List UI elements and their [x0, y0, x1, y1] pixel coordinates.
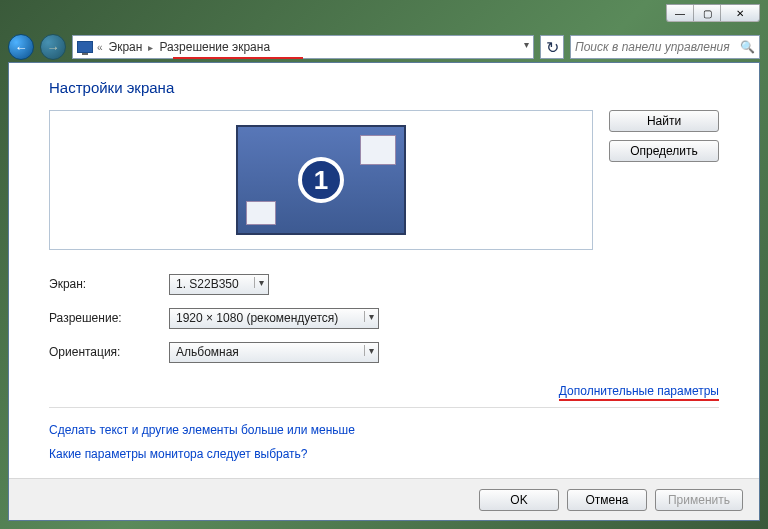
- apply-button[interactable]: Применить: [655, 489, 743, 511]
- display-select[interactable]: 1. S22B350: [169, 274, 269, 295]
- detect-button[interactable]: Найти: [609, 110, 719, 132]
- resolution-label: Разрешение:: [49, 311, 169, 325]
- identify-button[interactable]: Определить: [609, 140, 719, 162]
- text-size-link[interactable]: Сделать текст и другие элементы больше и…: [49, 423, 355, 437]
- breadcrumb-prefix: «: [97, 42, 103, 53]
- nav-bar: ← → « Экран ▸ Разрешение экрана ▾ ↻ 🔍: [8, 30, 760, 64]
- monitor-thumb-icon: [246, 201, 276, 225]
- back-button[interactable]: ←: [8, 34, 34, 60]
- monitor-thumb-icon: [360, 135, 396, 165]
- annotation-underline: [173, 57, 303, 59]
- search-input[interactable]: [575, 40, 736, 54]
- breadcrumb-item-resolution[interactable]: Разрешение экрана: [157, 40, 272, 54]
- advanced-settings-link[interactable]: Дополнительные параметры: [559, 384, 719, 401]
- divider: [49, 407, 719, 408]
- orientation-select[interactable]: Альбомная: [169, 342, 379, 363]
- search-box[interactable]: 🔍: [570, 35, 760, 59]
- breadcrumb-item-display[interactable]: Экран: [107, 40, 145, 54]
- resolution-select[interactable]: 1920 × 1080 (рекомендуется): [169, 308, 379, 329]
- which-monitor-link[interactable]: Какие параметры монитора следует выбрать…: [49, 447, 308, 461]
- close-button[interactable]: ✕: [720, 4, 760, 22]
- monitor-preview[interactable]: 1: [49, 110, 593, 250]
- titlebar: — ▢ ✕: [2, 2, 766, 30]
- page-heading: Настройки экрана: [49, 79, 719, 96]
- maximize-button[interactable]: ▢: [693, 4, 721, 22]
- button-bar: OK Отмена Применить: [9, 478, 759, 520]
- chevron-right-icon: ▸: [148, 42, 153, 53]
- cancel-button[interactable]: Отмена: [567, 489, 647, 511]
- monitor-number: 1: [298, 157, 344, 203]
- search-icon: 🔍: [740, 40, 755, 54]
- chevron-down-icon[interactable]: ▾: [524, 39, 529, 50]
- display-label: Экран:: [49, 277, 169, 291]
- monitor-1[interactable]: 1: [236, 125, 406, 235]
- refresh-button[interactable]: ↻: [540, 35, 564, 59]
- window-body: Настройки экрана 1 Найти Определить Экра…: [8, 62, 760, 521]
- minimize-button[interactable]: —: [666, 4, 694, 22]
- ok-button[interactable]: OK: [479, 489, 559, 511]
- forward-button[interactable]: →: [40, 34, 66, 60]
- orientation-label: Ориентация:: [49, 345, 169, 359]
- monitor-icon: [77, 41, 93, 53]
- breadcrumb[interactable]: « Экран ▸ Разрешение экрана ▾: [72, 35, 534, 59]
